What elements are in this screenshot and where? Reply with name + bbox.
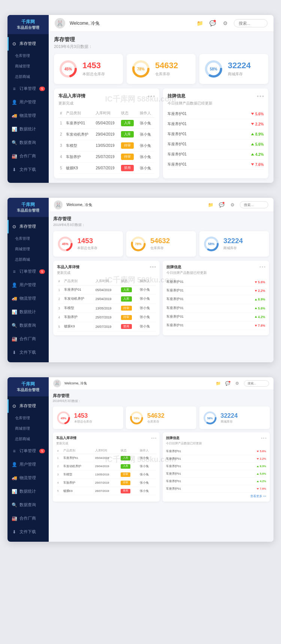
header-1: 🐰 Welcome, 冷兔 📁 💬 ⚙ bbox=[49, 15, 274, 32]
sidebar-item-shop[interactable]: 商城管理 bbox=[7, 61, 49, 72]
sidebar-item-users[interactable]: 👤 用户管理 bbox=[7, 96, 49, 109]
sidebar-item-query-2[interactable]: 🔍 数据查询 bbox=[7, 319, 49, 332]
sidebar-item-orders-2[interactable]: ≡ 订单管理 5 bbox=[7, 265, 49, 278]
listing-change: 5.6% bbox=[251, 112, 264, 116]
list-item: 车座养护01 4.2% bbox=[167, 149, 264, 160]
sidebar-item-download-3[interactable]: ⬇ 文件下载 bbox=[7, 525, 49, 539]
list-item: 车座养护01 8.9% bbox=[167, 129, 264, 139]
brand-site: 千库网 bbox=[10, 19, 46, 25]
sidebar-item-inventory-3[interactable]: ⊙ 库存管理 bbox=[7, 399, 49, 413]
sidebar-item-query-3[interactable]: 🔍 数据查询 bbox=[7, 498, 49, 512]
stat-info-2: 54632 仓库库存 bbox=[155, 61, 178, 77]
sidebar-item-label: 数据统计 bbox=[19, 126, 36, 132]
sidebar-item-stats-2[interactable]: 📊 数据统计 bbox=[7, 305, 49, 319]
listing-change: 7.6% bbox=[251, 163, 264, 167]
sidebar-item-inventory[interactable]: ⊙ 库存管理 bbox=[7, 37, 49, 51]
dashboard-2: 千库网 车品后台管理 ⊙ 库存管理 仓库管理 商城管理 总部商城 ≡ 订单管理 … bbox=[7, 198, 274, 362]
two-col-2: 车品入库详情 更新完成 # 产品类别 入库时间 状态 操作人 bbox=[63, 306, 274, 362]
sidebar-item-general[interactable]: 总部商城 bbox=[7, 72, 49, 82]
sidebar-2: 千库网 车品后台管理 ⊙ 库存管理 仓库管理 商城管理 总部商城 ≡ 订单管理 … bbox=[7, 198, 49, 362]
sidebar-item-logistics-3[interactable]: 🚚 物流管理 bbox=[7, 471, 49, 485]
sidebar-item-stats[interactable]: 📊 数据统计 bbox=[7, 123, 49, 136]
sidebar-item-label: 订单管理 bbox=[19, 86, 36, 91]
sidebar-item-query[interactable]: 🔍 数据查询 bbox=[7, 136, 49, 149]
status-badge: 待审 bbox=[121, 154, 134, 160]
brand: 千库网 车品后台管理 bbox=[7, 15, 49, 34]
brand-title-2: 车品后台管理 bbox=[10, 208, 46, 213]
dashboard-1: 千库网 车品后台管理 ⊙ 库存管理 仓库管理 商城管理 总部商城 ≡ 订单管理 … bbox=[7, 15, 274, 183]
sidebar-item-stats-3[interactable]: 📊 数据统计 bbox=[7, 485, 49, 498]
table-row: 1 车座养护01 05/04/2019 入库 张小兔 bbox=[67, 336, 183, 347]
chat-icon[interactable]: 💬 bbox=[208, 19, 217, 27]
two-col: 车品入库详情 更新完成 bbox=[54, 88, 268, 178]
sidebar-1: 千库网 车品后台管理 ⊙ 库存管理 仓库管理 商城管理 总部商城 ≡ 订单管理 … bbox=[7, 15, 49, 183]
sidebar-item-label: 文件下载 bbox=[19, 167, 36, 172]
status-badge: 入库 bbox=[121, 131, 134, 137]
status-badge: 待审 bbox=[121, 142, 134, 149]
stat-card-2: 78% 54632 仓库库存 bbox=[127, 54, 196, 84]
sidebar-item-users-2[interactable]: 👤 用户管理 bbox=[7, 278, 49, 292]
listing-name: 车座养护01 bbox=[196, 339, 274, 345]
page-title: 库存管理 bbox=[54, 36, 268, 43]
query-icon: 🔍 bbox=[11, 140, 17, 146]
sidebar-item-logistics[interactable]: 🚚 物流管理 bbox=[7, 109, 49, 123]
listing-name: 车座养护01 bbox=[167, 162, 251, 167]
chat-dot bbox=[214, 20, 216, 22]
sidebar-item-download-2[interactable]: ⬇ 文件下载 bbox=[7, 346, 49, 359]
page-content-2: 库存管理 2019年6月3日数据： 45% 1453 本部总仓库存 bbox=[57, 250, 274, 362]
stat-info-3: 32224 商城库存 bbox=[228, 61, 251, 77]
listing-name: 车座养护01 bbox=[167, 142, 251, 147]
sidebar-item-download[interactable]: ⬇ 文件下载 bbox=[7, 163, 49, 176]
table-row: 2 车发动机养护 29/04/2019 入库 张小兔 bbox=[58, 129, 155, 140]
settings-icon[interactable]: ⚙ bbox=[221, 19, 229, 27]
listing-name: 车座养护01 bbox=[196, 350, 274, 355]
sidebar-item-orders-3[interactable]: ≡ 订单管理 5 bbox=[7, 444, 49, 458]
arrow-down-icon bbox=[251, 123, 254, 125]
sidebar-item-label: 库存管理 bbox=[19, 41, 36, 46]
partner-icon: 🏭 bbox=[11, 153, 17, 159]
sidebar-item-orders[interactable]: ≡ 订单管理 5 bbox=[7, 82, 49, 96]
sidebar-sub-warehouse-2[interactable]: 仓库管理 bbox=[7, 233, 49, 244]
col-time: 入库时间 bbox=[94, 109, 120, 118]
arrow-down-icon bbox=[251, 113, 254, 115]
sidebar-sub-3b[interactable]: 商城管理 bbox=[7, 423, 49, 434]
col-status: 状态 bbox=[120, 109, 138, 118]
svg-text:45%: 45% bbox=[64, 67, 72, 71]
list-item: 车座养护01 5.6% bbox=[167, 109, 264, 119]
page-title-3: 库存管理 bbox=[70, 524, 274, 532]
sidebar-item-partner-2[interactable]: 🏭 合作厂商 bbox=[7, 332, 49, 346]
dashboard-instance-3: 千库网 车品后台管理 ⊙ 库存管理 仓库管理 商城管理 总部商城 ≡ 订单管理 … bbox=[7, 377, 274, 542]
search-input[interactable] bbox=[234, 19, 268, 27]
arrow-up-icon bbox=[251, 133, 254, 135]
listing-panel-title: 挂牌信息 bbox=[167, 93, 185, 99]
donut-3: 58% bbox=[204, 59, 223, 79]
list-item: 车座养护01 2.2% bbox=[167, 119, 264, 129]
sidebar-item-inventory-2[interactable]: ⊙ 库存管理 bbox=[7, 220, 49, 233]
main-content-1: 🐰 Welcome, 冷兔 📁 💬 ⚙ 库存管理 2019年6月3日数据： bbox=[49, 15, 274, 183]
sidebar-item-logistics-2[interactable]: 🚚 物流管理 bbox=[7, 292, 49, 305]
dashboard-3: 千库网 车品后台管理 ⊙ 库存管理 仓库管理 商城管理 总部商城 ≡ 订单管理 … bbox=[7, 377, 274, 542]
inventory-icon: ⊙ bbox=[11, 41, 17, 47]
inventory-panel: 车品入库详情 更新完成 bbox=[54, 88, 159, 178]
sidebar-item-warehouse[interactable]: 仓库管理 bbox=[7, 51, 49, 61]
download-icon: ⬇ bbox=[11, 167, 17, 173]
sidebar-item-partner-3[interactable]: 🏭 合作厂商 bbox=[7, 512, 49, 525]
sidebar-sub-general-2[interactable]: 总部商城 bbox=[7, 254, 49, 265]
sidebar-item-users-3[interactable]: 👤 用户管理 bbox=[7, 458, 49, 471]
sidebar-3: 千库网 车品后台管理 ⊙ 库存管理 仓库管理 商城管理 总部商城 ≡ 订单管理 … bbox=[7, 377, 49, 542]
folder-icon[interactable]: 📁 bbox=[196, 19, 204, 27]
arrow-down-icon bbox=[251, 163, 254, 166]
sidebar-sub-3c[interactable]: 总部商城 bbox=[7, 434, 49, 444]
page-date: 2019年6月3日数据： bbox=[54, 44, 268, 49]
status-badge: 入库 bbox=[142, 338, 155, 344]
inventory-panel-title: 车品入库详情 bbox=[58, 93, 85, 99]
listing-panel-2: 挂牌信息 今日挂牌产品数据已经更新 车座养护01 5.6% 车座养护01 2.2… bbox=[191, 306, 274, 362]
stat-label-1: 本部总仓库存 bbox=[82, 72, 105, 77]
sidebar-item-partner[interactable]: 🏭 合作厂商 bbox=[7, 149, 49, 163]
stats-row: 45% 1453 本部总仓库存 78% bbox=[54, 54, 268, 84]
listing-change: 5.6% bbox=[251, 142, 264, 146]
sidebar-sub-3a[interactable]: 仓库管理 bbox=[7, 413, 49, 423]
listing-panel-dots[interactable] bbox=[257, 96, 264, 97]
panel-dots[interactable] bbox=[148, 96, 155, 97]
sidebar-sub-shop-2[interactable]: 商城管理 bbox=[7, 244, 49, 254]
